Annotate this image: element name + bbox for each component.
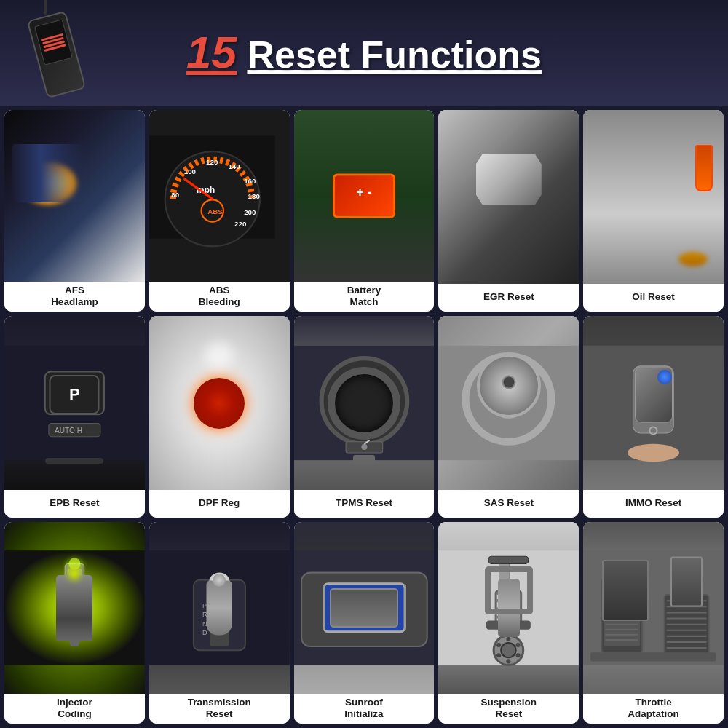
- svg-rect-15: [45, 371, 104, 414]
- svg-rect-42: [638, 373, 669, 395]
- grid-item-injector-coding[interactable]: InjectorCoding: [4, 522, 145, 724]
- device-body: [27, 11, 87, 98]
- abs-bleeding-label: ABSBleeding: [149, 282, 290, 312]
- svg-rect-80: [499, 558, 510, 620]
- svg-rect-61: [215, 584, 223, 625]
- grid-item-afs-headlamp[interactable]: AFSHeadlamp: [4, 110, 145, 312]
- battery-match-label: BatteryMatch: [294, 282, 435, 312]
- throttle-adaptation-image: [583, 522, 724, 694]
- immo-reset-image: 278 km Range: [583, 316, 724, 490]
- svg-text:160: 160: [244, 177, 256, 185]
- epb-reset-label: EPB Reset: [4, 490, 145, 518]
- grid-item-suspension-reset[interactable]: SuspensionReset: [438, 522, 579, 724]
- svg-line-34: [490, 390, 527, 408]
- svg-text:80: 80: [171, 191, 179, 199]
- grid-item-transmission-reset[interactable]: P R N D TransmissionReset: [149, 522, 290, 724]
- svg-point-90: [507, 659, 511, 663]
- svg-rect-50: [4, 550, 145, 665]
- injector-svg: [4, 522, 145, 694]
- immo-svg: 278 km Range: [583, 316, 724, 490]
- device-cable: [44, 0, 47, 15]
- svg-rect-41: [633, 366, 673, 432]
- svg-rect-84: [486, 621, 531, 630]
- svg-text:ABS: ABS: [207, 207, 223, 215]
- sunroof-initializa-label: SunroofInitializa: [294, 694, 435, 724]
- suspension-svg: [438, 522, 579, 694]
- svg-point-36: [502, 392, 516, 406]
- epb-svg: P AUTO H: [4, 316, 145, 490]
- svg-point-89: [516, 653, 521, 657]
- suspension-reset-label: SuspensionReset: [438, 694, 579, 724]
- svg-rect-54: [67, 587, 82, 593]
- svg-point-86: [502, 643, 516, 657]
- svg-text:278 km: 278 km: [641, 379, 660, 386]
- egr-reset-label: EGR Reset: [438, 284, 579, 312]
- grid-item-immo-reset[interactable]: 278 km Range IMMO Reset: [583, 316, 724, 518]
- suspension-reset-image: [438, 522, 579, 694]
- svg-point-47: [659, 408, 668, 416]
- sas-svg: [438, 316, 579, 490]
- svg-rect-60: [210, 617, 229, 646]
- svg-text:AUTO H: AUTO H: [55, 427, 82, 435]
- sas-reset-label: SAS Reset: [438, 490, 579, 518]
- svg-rect-51: [65, 563, 84, 637]
- grid-item-egr-reset[interactable]: EGR Reset: [438, 110, 579, 312]
- grid-item-dpf-reg[interactable]: DPF Reg: [149, 316, 290, 518]
- svg-point-64: [209, 573, 229, 590]
- egr-reset-image: [438, 110, 579, 284]
- svg-rect-38: [515, 394, 526, 400]
- svg-text:R: R: [202, 611, 207, 618]
- svg-point-21: [321, 358, 407, 444]
- svg-text:120: 120: [206, 158, 218, 166]
- speedometer-svg: 80 100 120 140 160 180 200 220 mph ABS: [149, 110, 276, 264]
- grid-item-oil-reset[interactable]: Oil Reset: [583, 110, 724, 312]
- svg-point-56: [68, 558, 80, 569]
- transmission-reset-label: TransmissionReset: [149, 694, 290, 724]
- tpms-reset-label: TPMS Reset: [294, 490, 435, 518]
- sas-reset-image: [438, 316, 579, 490]
- svg-text:220: 220: [234, 220, 247, 228]
- svg-point-16: [61, 376, 88, 403]
- svg-rect-83: [488, 556, 529, 563]
- immo-reset-label: IMMO Reset: [583, 490, 724, 518]
- svg-point-49: [628, 444, 679, 462]
- svg-point-91: [497, 653, 502, 657]
- transmission-reset-image: P R N D: [149, 522, 290, 694]
- svg-rect-53: [67, 569, 82, 580]
- svg-point-32: [490, 381, 527, 418]
- grid-item-abs-bleeding[interactable]: 80 100 120 140 160 180 200 220 mph ABS: [149, 110, 290, 312]
- svg-rect-73: [325, 585, 403, 630]
- oil-reset-label: Oil Reset: [583, 284, 724, 312]
- svg-rect-76: [323, 584, 405, 632]
- transmission-svg: P R N D: [149, 522, 290, 694]
- afs-headlamp-label: AFSHeadlamp: [4, 282, 145, 312]
- grid-item-sas-reset[interactable]: SAS Reset: [438, 316, 579, 518]
- title-text: Reset Functions: [247, 33, 542, 76]
- svg-point-74: [332, 593, 359, 608]
- epb-reset-image: P AUTO H: [4, 316, 145, 490]
- grid-item-tpms-reset[interactable]: TPMS Reset: [294, 316, 435, 518]
- title-number: 15: [186, 30, 237, 75]
- svg-point-87: [507, 637, 511, 641]
- svg-text:P: P: [68, 382, 77, 397]
- svg-point-22: [337, 374, 390, 427]
- grid-item-epb-reset[interactable]: P AUTO H EPB Reset: [4, 316, 145, 518]
- abs-bleeding-image: 80 100 120 140 160 180 200 220 mph ABS: [149, 110, 290, 282]
- svg-rect-81: [499, 558, 510, 620]
- svg-point-88: [516, 643, 521, 647]
- svg-text:Range: Range: [641, 387, 656, 393]
- svg-rect-82: [496, 591, 522, 625]
- grid-item-sunroof-initializa[interactable]: SunroofInitializa: [294, 522, 435, 724]
- grid-item-battery-match[interactable]: BatteryMatch: [294, 110, 435, 312]
- injector-coding-image: [4, 522, 145, 694]
- svg-point-26: [358, 395, 370, 407]
- svg-text:N: N: [202, 620, 207, 628]
- battery-match-image: [294, 110, 435, 282]
- svg-text:100: 100: [184, 167, 197, 175]
- svg-rect-114: [590, 652, 716, 661]
- grid-item-throttle-adaptation[interactable]: ThrottleAdaptation: [583, 522, 724, 724]
- svg-rect-39: [583, 346, 724, 460]
- functions-grid: AFSHeadlamp 80 100 120 140 160 180 20: [0, 106, 728, 728]
- throttle-svg: [583, 522, 724, 694]
- svg-point-28: [361, 444, 367, 450]
